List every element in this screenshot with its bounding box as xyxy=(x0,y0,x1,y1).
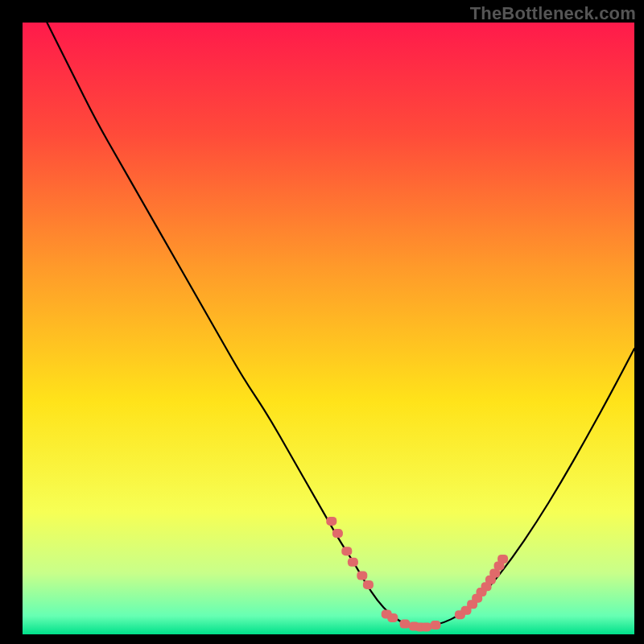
bottleneck-chart xyxy=(0,0,644,644)
data-marker xyxy=(348,558,358,567)
chart-plot-background xyxy=(23,23,634,634)
data-marker xyxy=(431,621,441,630)
data-marker xyxy=(363,580,374,589)
data-marker xyxy=(421,622,431,631)
data-marker xyxy=(326,517,336,526)
data-marker xyxy=(497,555,508,564)
watermark-label: TheBottleneck.com xyxy=(470,3,636,24)
data-marker xyxy=(357,572,367,580)
data-marker xyxy=(400,620,411,629)
data-marker xyxy=(387,613,398,622)
chart-container: TheBottleneck.com xyxy=(0,0,644,644)
data-marker xyxy=(341,547,352,555)
data-marker xyxy=(332,529,343,538)
